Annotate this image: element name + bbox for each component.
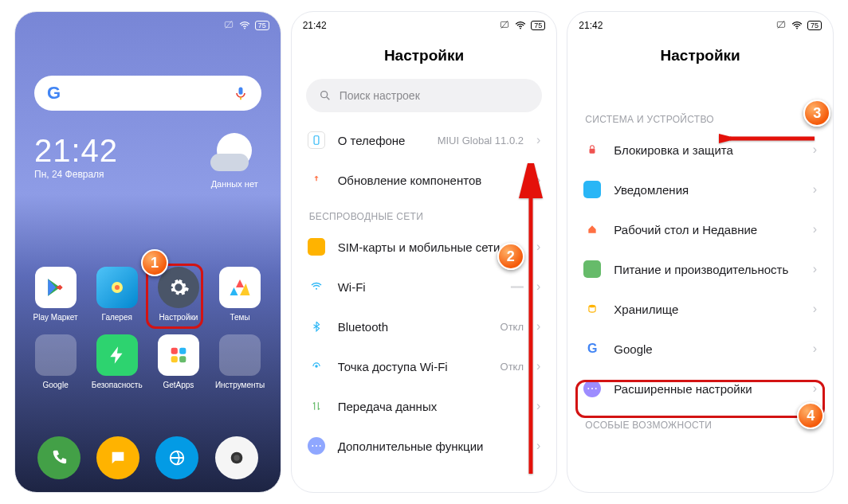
wifi-icon (515, 20, 526, 31)
battery-level: 75 (531, 21, 545, 30)
google-icon: G (587, 342, 597, 356)
weather-caption: Данных нет (211, 179, 258, 189)
wifi-icon (791, 20, 803, 31)
dock-browser[interactable] (155, 436, 198, 479)
svg-point-17 (320, 92, 327, 98)
dock-messages[interactable] (96, 436, 139, 479)
google-logo: G (47, 83, 61, 104)
home-screen: 75 G 21:42 Пн, 24 Февраля Данных нет Pla… (14, 11, 281, 493)
more-icon: ⋯ (583, 380, 601, 397)
row-home-recents[interactable]: Рабочий стол и Недавние › (567, 209, 833, 249)
section-system: СИСТЕМА И УСТРОЙСТВО (567, 103, 833, 130)
battery-level: 75 (255, 21, 269, 30)
dock-camera[interactable] (215, 436, 258, 479)
battery-level: 75 (807, 21, 822, 30)
svg-point-21 (315, 365, 318, 368)
battery-icon (583, 260, 601, 278)
settings-screen: 21:42 75 Настройки Поиск настроек О теле… (291, 11, 558, 493)
wifi-icon (310, 280, 323, 293)
svg-point-25 (796, 28, 798, 29)
dock-phone[interactable] (37, 436, 80, 479)
row-about-phone[interactable]: О телефоне MIUI Global 11.0.2 › (292, 120, 557, 160)
row-google[interactable]: G Google › (567, 329, 833, 369)
statusbar: 21:42 75 (567, 17, 833, 34)
search-placeholder: Поиск настроек (340, 89, 420, 102)
data-icon (311, 400, 322, 412)
svg-point-13 (234, 455, 239, 460)
storage-icon (587, 303, 598, 315)
sim-icon (308, 238, 325, 256)
section-special: ОСОБЫЕ ВОЗМОЖНОСТИ (567, 408, 833, 436)
settings-screen-scrolled: 21:42 75 Настройки СИСТЕМА И УСТРОЙСТВО … (567, 11, 834, 493)
gear-icon (167, 276, 190, 299)
app-tools-folder[interactable]: Инструменты (214, 334, 266, 389)
chevron-right-icon: › (813, 262, 817, 276)
app-security[interactable]: Безопасность (91, 334, 143, 389)
weather-widget[interactable]: Данных нет (211, 133, 258, 189)
no-sim-icon (499, 20, 510, 31)
svg-rect-8 (179, 348, 186, 354)
svg-point-27 (589, 305, 595, 308)
app-google-folder[interactable]: Google (29, 334, 81, 389)
svg-rect-7 (171, 348, 178, 354)
callout-1: 1 (141, 249, 168, 276)
chevron-right-icon: › (813, 381, 817, 396)
svg-point-6 (115, 285, 120, 290)
svg-point-2 (244, 28, 245, 29)
arrow-to-section (719, 127, 822, 150)
statusbar: 21:42 75 (292, 17, 557, 34)
chevron-right-icon: › (813, 302, 817, 316)
app-themes[interactable]: Темы (214, 267, 266, 322)
bluetooth-icon (311, 321, 322, 332)
row-notifications[interactable]: Уведомления › (567, 170, 833, 209)
chevron-right-icon: › (813, 222, 817, 236)
row-advanced-settings[interactable]: ⋯ Расширенные настройки › (567, 369, 833, 408)
wifi-icon (239, 20, 250, 31)
arrow-swipe-up (515, 163, 547, 482)
statusbar: 75 (15, 17, 281, 34)
phone-icon (311, 135, 322, 146)
status-time: 21:42 (303, 20, 327, 31)
status-time: 21:42 (579, 20, 603, 31)
home-icon (587, 224, 598, 235)
no-sim-icon (775, 20, 787, 31)
dock (29, 436, 266, 479)
svg-line-18 (327, 97, 329, 100)
clock-time: 21:42 (34, 133, 118, 169)
row-storage[interactable]: Хранилище › (567, 289, 833, 329)
svg-rect-10 (179, 356, 186, 362)
no-sim-icon (223, 20, 234, 31)
callout-2: 2 (497, 243, 524, 270)
chevron-right-icon: › (813, 342, 817, 356)
svg-rect-19 (314, 136, 319, 145)
hotspot-icon (311, 361, 322, 372)
svg-point-20 (316, 288, 317, 290)
lock-icon (587, 144, 598, 155)
svg-rect-26 (590, 149, 595, 154)
svg-rect-9 (171, 356, 178, 362)
chevron-right-icon: › (536, 133, 540, 147)
app-play-store[interactable]: Play Маркет (29, 267, 81, 322)
mic-icon[interactable] (233, 85, 249, 101)
search-icon (319, 89, 332, 102)
app-getapps[interactable]: GetApps (152, 334, 204, 389)
svg-rect-3 (238, 88, 242, 95)
google-search-bar[interactable]: G (34, 76, 261, 111)
clock-widget[interactable]: 21:42 Пн, 24 Февраля (34, 133, 118, 180)
update-icon (310, 174, 323, 186)
notifications-icon (583, 181, 601, 198)
clock-date: Пн, 24 Февраля (34, 169, 118, 180)
app-gallery[interactable]: Галерея (91, 267, 143, 322)
svg-point-16 (520, 28, 521, 29)
chevron-right-icon: › (813, 182, 817, 197)
row-battery-perf[interactable]: Питание и производительность › (567, 249, 833, 289)
more-icon: ⋯ (308, 437, 325, 455)
search-settings[interactable]: Поиск настроек (306, 79, 543, 112)
